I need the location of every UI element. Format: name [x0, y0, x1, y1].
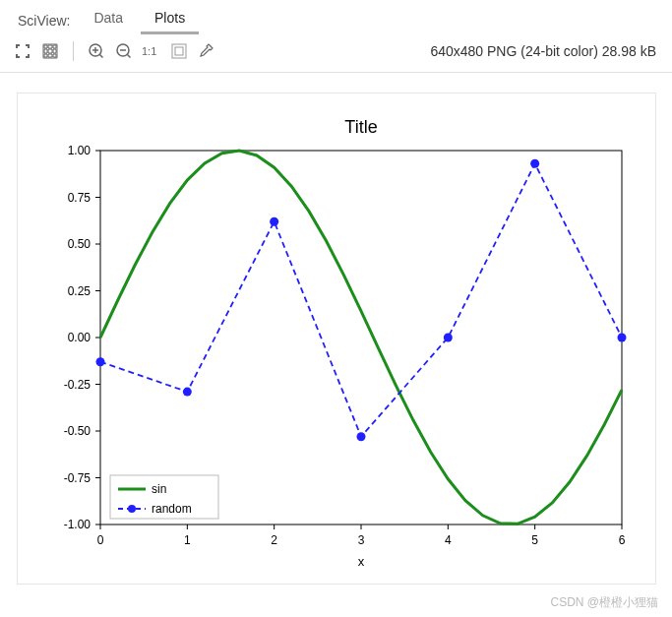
x-axis-label: x: [357, 554, 364, 569]
svg-rect-3: [172, 44, 186, 58]
marker-random: [356, 432, 365, 441]
zoom-in-icon[interactable]: [86, 40, 107, 62]
svg-text:0.75: 0.75: [67, 191, 91, 205]
chart: Titlex-1.00-0.75-0.50-0.250.000.250.500.…: [31, 111, 641, 574]
chart-container: Titlex-1.00-0.75-0.50-0.250.000.250.500.…: [17, 93, 656, 585]
svg-text:1:1: 1:1: [142, 45, 156, 57]
svg-text:5: 5: [531, 533, 538, 547]
color-picker-icon[interactable]: [196, 40, 217, 62]
svg-text:2: 2: [271, 533, 277, 547]
svg-rect-4: [175, 47, 183, 55]
toolbar: 1:1 640x480 PNG (24-bit color) 28.98 kB: [0, 34, 672, 73]
marker-random: [530, 159, 539, 168]
tab-plots[interactable]: Plots: [141, 6, 199, 34]
tab-data[interactable]: Data: [80, 6, 137, 34]
marker-random: [443, 334, 452, 342]
one-to-one-icon[interactable]: 1:1: [141, 40, 162, 62]
grid-icon[interactable]: [39, 40, 61, 62]
marker-random: [95, 357, 104, 366]
file-info: 640x480 PNG (24-bit color) 28.98 kB: [430, 43, 660, 59]
svg-text:3: 3: [357, 533, 364, 547]
svg-text:1: 1: [183, 533, 190, 547]
marker-random: [182, 388, 191, 397]
svg-text:0.50: 0.50: [67, 237, 91, 251]
svg-rect-5: [100, 151, 622, 524]
svg-text:4: 4: [444, 533, 451, 547]
svg-text:0: 0: [96, 533, 103, 547]
svg-text:0.25: 0.25: [67, 284, 91, 298]
separator: [73, 41, 74, 61]
watermark: CSDN @橙橙小狸猫: [550, 594, 658, 611]
tabbar: SciView: Data Plots: [0, 0, 672, 34]
panel-label: SciView:: [12, 9, 76, 32]
chart-title: Title: [344, 117, 377, 137]
svg-text:-0.50: -0.50: [63, 424, 91, 438]
zoom-out-icon[interactable]: [113, 40, 135, 62]
svg-text:1.00: 1.00: [67, 144, 91, 157]
plot-area: Titlex-1.00-0.75-0.50-0.250.000.250.500.…: [0, 73, 672, 594]
svg-text:-0.25: -0.25: [63, 378, 91, 392]
legend-label-sin: sin: [152, 482, 166, 496]
svg-text:-1.00: -1.00: [63, 518, 91, 531]
fullscreen-icon[interactable]: [168, 40, 190, 62]
marker-random: [617, 334, 626, 342]
svg-text:6: 6: [618, 533, 625, 547]
svg-point-40: [128, 505, 136, 513]
svg-text:0.00: 0.00: [67, 331, 91, 344]
svg-text:-0.75: -0.75: [63, 471, 91, 485]
fit-icon[interactable]: [12, 40, 33, 62]
legend-label-random: random: [152, 502, 192, 516]
marker-random: [270, 217, 278, 226]
